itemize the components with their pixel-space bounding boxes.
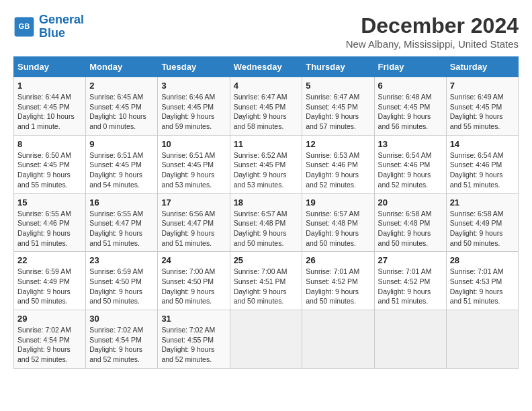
calendar-cell: 24Sunrise: 7:00 AM Sunset: 4:50 PM Dayli… — [158, 252, 230, 310]
calendar-cell: 29Sunrise: 7:02 AM Sunset: 4:54 PM Dayli… — [14, 310, 86, 369]
day-number: 25 — [234, 255, 299, 265]
calendar-cell: 5Sunrise: 6:47 AM Sunset: 4:45 PM Daylig… — [302, 77, 374, 136]
week-row-1: 8Sunrise: 6:50 AM Sunset: 4:45 PM Daylig… — [14, 135, 519, 193]
calendar-cell: 9Sunrise: 6:51 AM Sunset: 4:45 PM Daylig… — [86, 135, 158, 193]
calendar-cell: 26Sunrise: 7:01 AM Sunset: 4:52 PM Dayli… — [302, 252, 374, 310]
day-info: Sunrise: 6:47 AM Sunset: 4:45 PM Dayligh… — [234, 92, 299, 132]
day-info: Sunrise: 6:59 AM Sunset: 4:49 PM Dayligh… — [17, 267, 82, 306]
logo-icon: GB — [13, 16, 35, 38]
calendar-cell: 11Sunrise: 6:52 AM Sunset: 4:45 PM Dayli… — [230, 135, 302, 193]
day-info: Sunrise: 7:01 AM Sunset: 4:52 PM Dayligh… — [378, 267, 443, 306]
day-number: 4 — [234, 81, 299, 91]
header-monday: Monday — [86, 57, 158, 77]
week-row-4: 29Sunrise: 7:02 AM Sunset: 4:54 PM Dayli… — [14, 310, 519, 369]
day-info: Sunrise: 6:54 AM Sunset: 4:46 PM Dayligh… — [450, 150, 515, 190]
day-info: Sunrise: 6:53 AM Sunset: 4:46 PM Dayligh… — [306, 150, 370, 190]
day-number: 19 — [306, 197, 370, 208]
day-number: 1 — [17, 81, 82, 91]
calendar-cell: 22Sunrise: 6:59 AM Sunset: 4:49 PM Dayli… — [14, 252, 86, 310]
day-info: Sunrise: 6:56 AM Sunset: 4:47 PM Dayligh… — [161, 209, 226, 248]
day-number: 5 — [306, 81, 370, 91]
day-info: Sunrise: 7:01 AM Sunset: 4:53 PM Dayligh… — [450, 267, 515, 306]
day-number: 26 — [306, 255, 370, 265]
day-number: 31 — [161, 314, 226, 324]
day-info: Sunrise: 6:57 AM Sunset: 4:48 PM Dayligh… — [234, 209, 299, 248]
day-info: Sunrise: 7:00 AM Sunset: 4:51 PM Dayligh… — [234, 267, 299, 306]
calendar-cell: 3Sunrise: 6:46 AM Sunset: 4:45 PM Daylig… — [158, 77, 230, 136]
calendar-cell: 19Sunrise: 6:57 AM Sunset: 4:48 PM Dayli… — [302, 193, 374, 252]
calendar-cell: 10Sunrise: 6:51 AM Sunset: 4:45 PM Dayli… — [158, 135, 230, 193]
week-row-3: 22Sunrise: 6:59 AM Sunset: 4:49 PM Dayli… — [14, 252, 519, 310]
day-info: Sunrise: 6:51 AM Sunset: 4:45 PM Dayligh… — [89, 150, 154, 190]
title-area: December 2024 New Albany, Mississippi, U… — [346, 13, 519, 50]
calendar-cell: 7Sunrise: 6:49 AM Sunset: 4:45 PM Daylig… — [446, 77, 518, 136]
day-number: 8 — [17, 139, 82, 149]
calendar-cell — [446, 310, 518, 369]
calendar-cell: 2Sunrise: 6:45 AM Sunset: 4:45 PM Daylig… — [86, 77, 158, 136]
day-number: 15 — [17, 197, 82, 208]
day-number: 20 — [378, 197, 443, 208]
day-number: 11 — [234, 139, 299, 149]
calendar-cell — [374, 310, 446, 369]
header-thursday: Thursday — [302, 57, 374, 77]
logo-text: General Blue — [39, 13, 84, 40]
calendar-cell: 30Sunrise: 7:02 AM Sunset: 4:54 PM Dayli… — [86, 310, 158, 369]
day-info: Sunrise: 6:58 AM Sunset: 4:48 PM Dayligh… — [378, 209, 443, 248]
calendar-cell: 28Sunrise: 7:01 AM Sunset: 4:53 PM Dayli… — [446, 252, 518, 310]
logo-line2: Blue — [39, 26, 65, 40]
day-info: Sunrise: 6:45 AM Sunset: 4:45 PM Dayligh… — [89, 92, 154, 132]
logo: GB General Blue — [13, 13, 84, 40]
calendar-cell: 14Sunrise: 6:54 AM Sunset: 4:46 PM Dayli… — [446, 135, 518, 193]
header-tuesday: Tuesday — [158, 57, 230, 77]
day-info: Sunrise: 6:57 AM Sunset: 4:48 PM Dayligh… — [306, 209, 370, 248]
day-info: Sunrise: 6:52 AM Sunset: 4:45 PM Dayligh… — [234, 150, 299, 190]
day-info: Sunrise: 6:55 AM Sunset: 4:47 PM Dayligh… — [89, 209, 154, 248]
svg-text:GB: GB — [19, 22, 30, 30]
day-info: Sunrise: 6:50 AM Sunset: 4:45 PM Dayligh… — [17, 150, 82, 190]
day-number: 17 — [161, 197, 226, 208]
calendar-cell: 21Sunrise: 6:58 AM Sunset: 4:49 PM Dayli… — [446, 193, 518, 252]
logo-line1: General — [39, 13, 84, 26]
day-info: Sunrise: 6:58 AM Sunset: 4:49 PM Dayligh… — [450, 209, 515, 248]
week-row-2: 15Sunrise: 6:55 AM Sunset: 4:46 PM Dayli… — [14, 193, 519, 252]
day-number: 10 — [161, 139, 226, 149]
calendar-cell: 12Sunrise: 6:53 AM Sunset: 4:46 PM Dayli… — [302, 135, 374, 193]
calendar-cell: 31Sunrise: 7:02 AM Sunset: 4:55 PM Dayli… — [158, 310, 230, 369]
header-sunday: Sunday — [14, 57, 86, 77]
day-info: Sunrise: 7:02 AM Sunset: 4:55 PM Dayligh… — [161, 325, 226, 365]
calendar-cell: 23Sunrise: 6:59 AM Sunset: 4:50 PM Dayli… — [86, 252, 158, 310]
day-number: 21 — [450, 197, 515, 208]
day-info: Sunrise: 6:44 AM Sunset: 4:45 PM Dayligh… — [17, 92, 82, 132]
day-info: Sunrise: 6:47 AM Sunset: 4:45 PM Dayligh… — [306, 92, 370, 132]
header-wednesday: Wednesday — [230, 57, 302, 77]
day-info: Sunrise: 6:59 AM Sunset: 4:50 PM Dayligh… — [89, 267, 154, 306]
day-number: 13 — [378, 139, 443, 149]
calendar-cell: 6Sunrise: 6:48 AM Sunset: 4:45 PM Daylig… — [374, 77, 446, 136]
day-number: 6 — [378, 81, 443, 91]
day-number: 12 — [306, 139, 370, 149]
day-number: 9 — [89, 139, 154, 149]
day-number: 28 — [450, 255, 515, 265]
calendar-cell: 27Sunrise: 7:01 AM Sunset: 4:52 PM Dayli… — [374, 252, 446, 310]
day-info: Sunrise: 6:51 AM Sunset: 4:45 PM Dayligh… — [161, 150, 226, 190]
day-number: 30 — [89, 314, 154, 324]
calendar-cell: 16Sunrise: 6:55 AM Sunset: 4:47 PM Dayli… — [86, 193, 158, 252]
day-info: Sunrise: 6:49 AM Sunset: 4:45 PM Dayligh… — [450, 92, 515, 132]
header-saturday: Saturday — [446, 57, 518, 77]
calendar-header-row: SundayMondayTuesdayWednesdayThursdayFrid… — [14, 57, 519, 77]
day-number: 24 — [161, 255, 226, 265]
day-number: 7 — [450, 81, 515, 91]
day-info: Sunrise: 7:01 AM Sunset: 4:52 PM Dayligh… — [306, 267, 370, 306]
calendar-cell: 17Sunrise: 6:56 AM Sunset: 4:47 PM Dayli… — [158, 193, 230, 252]
calendar-cell — [230, 310, 302, 369]
calendar-table: SundayMondayTuesdayWednesdayThursdayFrid… — [13, 56, 519, 369]
day-number: 27 — [378, 255, 443, 265]
day-info: Sunrise: 6:48 AM Sunset: 4:45 PM Dayligh… — [378, 92, 443, 132]
day-info: Sunrise: 6:54 AM Sunset: 4:46 PM Dayligh… — [378, 150, 443, 190]
day-info: Sunrise: 7:02 AM Sunset: 4:54 PM Dayligh… — [89, 325, 154, 365]
day-number: 23 — [89, 255, 154, 265]
day-number: 2 — [89, 81, 154, 91]
calendar-cell: 25Sunrise: 7:00 AM Sunset: 4:51 PM Dayli… — [230, 252, 302, 310]
day-number: 29 — [17, 314, 82, 324]
calendar-cell: 13Sunrise: 6:54 AM Sunset: 4:46 PM Dayli… — [374, 135, 446, 193]
